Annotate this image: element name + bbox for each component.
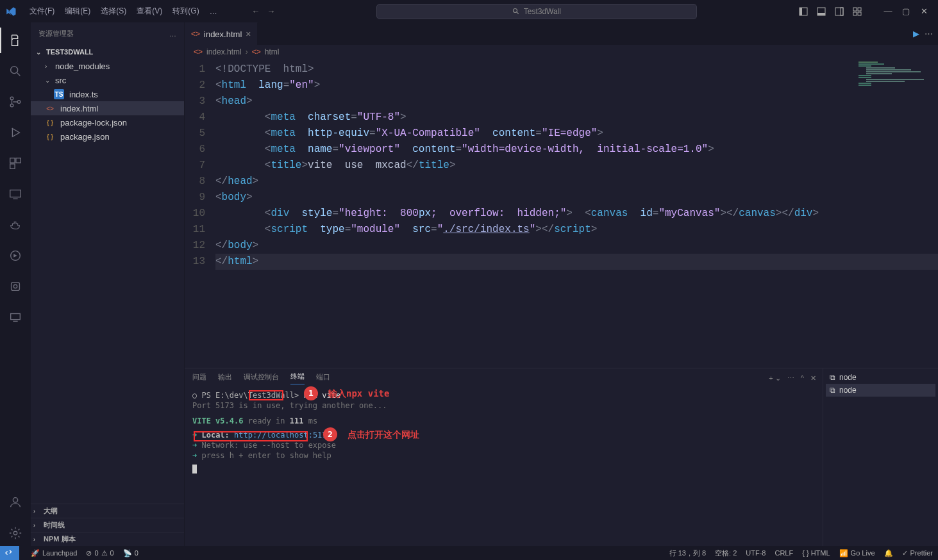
chevron-right-icon: › <box>33 508 41 515</box>
tree-item-src[interactable]: ⌄src <box>31 73 184 87</box>
status-ports[interactable]: 📡 0 <box>123 549 138 557</box>
activity-bar <box>0 22 31 546</box>
terminal-icon: ⧉ <box>830 386 835 395</box>
tab-index-html[interactable]: <> index.html × <box>185 22 258 45</box>
terminal-instance[interactable]: ⧉node <box>826 371 935 384</box>
terminal-instance[interactable]: ⧉node <box>826 384 935 397</box>
svg-point-0 <box>513 8 517 12</box>
status-problems[interactable]: ⊘ 0 ⚠ 0 <box>86 549 113 557</box>
activity-docker-icon[interactable] <box>0 212 31 238</box>
menu-more[interactable]: … <box>205 4 222 19</box>
menu-edit[interactable]: 编辑(E) <box>60 3 96 19</box>
tree-item-package-lock-json[interactable]: { }package-lock.json <box>31 115 184 129</box>
tree-root[interactable]: ⌄ TEST3DWALL <box>31 45 184 59</box>
panel-new-icon[interactable]: + ⌄ <box>769 374 780 383</box>
code-editor[interactable]: <!DOCTYPE html><html lang="en"><head> <m… <box>215 59 938 368</box>
status-eol[interactable]: CRLF <box>775 549 793 557</box>
terminal-list: ⧉node⧉node <box>823 368 938 546</box>
status-spaces[interactable]: 空格: 2 <box>715 548 737 558</box>
window-maximize[interactable]: ▢ <box>897 3 915 21</box>
sidebar-section[interactable]: ›时间线 <box>31 518 184 532</box>
minimap[interactable] <box>858 62 929 87</box>
activity-scm-icon[interactable] <box>0 89 31 115</box>
status-launchpad[interactable]: 🚀 Launchpad <box>31 549 77 557</box>
chevron-right-icon: › <box>33 522 41 529</box>
menu-go[interactable]: 转到(G) <box>167 3 204 19</box>
svg-rect-9 <box>858 8 861 11</box>
svg-rect-20 <box>10 164 15 169</box>
activity-explorer-icon[interactable] <box>0 28 31 53</box>
tree-item-node_modules[interactable]: ›node_modules <box>31 59 184 73</box>
panel-tab-2[interactable]: 调试控制台 <box>244 372 279 384</box>
activity-search-icon[interactable] <box>0 58 31 84</box>
remote-indicator[interactable] <box>0 546 19 560</box>
vscode-logo-icon <box>5 6 17 17</box>
activity-debug-icon[interactable] <box>0 120 31 145</box>
close-icon[interactable]: × <box>246 29 251 39</box>
svg-point-17 <box>12 128 13 129</box>
sidebar-title: 资源管理器 … <box>31 22 184 45</box>
window-close[interactable]: ✕ <box>915 3 933 21</box>
menu-file[interactable]: 文件(F) <box>24 3 60 19</box>
menu-view[interactable]: 查看(V) <box>131 3 167 19</box>
tree-item-package-json[interactable]: { }package.json <box>31 129 184 144</box>
svg-rect-26 <box>11 314 21 320</box>
terminal[interactable]: 1 输入npx vite ○ PS E:\dev\Test3dWall> npx… <box>185 388 823 546</box>
panel-tab-0[interactable]: 问题 <box>192 372 206 384</box>
svg-point-25 <box>13 284 17 288</box>
layout-left-icon[interactable] <box>794 3 812 21</box>
activity-misc3-icon[interactable] <box>0 304 31 330</box>
panel-tab-3[interactable]: 终端 <box>290 372 305 384</box>
panel-close-icon[interactable]: ✕ <box>810 374 816 383</box>
activity-misc2-icon[interactable] <box>0 274 31 299</box>
file-tree: ›node_modules⌄srcTSindex.ts<>index.html{… <box>31 59 184 504</box>
layout-right-icon[interactable] <box>830 3 848 21</box>
svg-rect-8 <box>853 8 857 11</box>
status-language[interactable]: { } HTML <box>802 549 830 557</box>
svg-rect-10 <box>853 12 857 15</box>
line-numbers: 12345678910111213 <box>185 59 215 368</box>
svg-point-28 <box>13 531 17 535</box>
svg-rect-21 <box>10 190 21 197</box>
layout-bottom-icon[interactable] <box>812 3 830 21</box>
activity-misc1-icon[interactable] <box>0 243 31 268</box>
sidebar-section[interactable]: ›大纲 <box>31 504 184 518</box>
activity-account-icon[interactable] <box>0 490 31 515</box>
activity-settings-icon[interactable] <box>0 520 31 546</box>
status-cursor[interactable]: 行 13，列 8 <box>669 548 706 558</box>
status-bar: 🚀 Launchpad ⊘ 0 ⚠ 0 📡 0 行 13，列 8 空格: 2 U… <box>0 546 938 560</box>
svg-line-13 <box>17 73 21 76</box>
menu-select[interactable]: 选择(S) <box>96 3 131 19</box>
panel-more-icon[interactable]: ⋯ <box>787 374 794 383</box>
status-encoding[interactable]: UTF-8 <box>746 549 766 557</box>
svg-line-1 <box>516 12 518 13</box>
breadcrumb[interactable]: <> index.html › <> html <box>185 45 938 59</box>
command-center-text: Test3dWall <box>524 7 561 16</box>
sidebar-section[interactable]: ›NPM 脚本 <box>31 532 184 546</box>
svg-point-16 <box>17 101 21 104</box>
command-center[interactable]: Test3dWall <box>376 4 697 19</box>
status-golive[interactable]: 📶 Go Live <box>839 549 875 557</box>
tab-action-icon[interactable]: ▶ <box>913 29 919 38</box>
svg-rect-5 <box>817 13 825 15</box>
sidebar-more-icon[interactable]: … <box>169 30 176 38</box>
activity-extensions-icon[interactable] <box>0 151 31 176</box>
svg-point-12 <box>11 67 18 74</box>
panel-tab-4[interactable]: 端口 <box>316 372 330 384</box>
status-notifications-icon[interactable]: 🔔 <box>884 549 893 557</box>
html-icon: <> <box>191 29 200 38</box>
activity-remote-icon[interactable] <box>0 181 31 207</box>
editor-content: 12345678910111213 <!DOCTYPE html><html l… <box>185 59 938 368</box>
panel-tab-1[interactable]: 输出 <box>218 372 232 384</box>
window-minimize[interactable]: — <box>879 3 897 21</box>
terminal-icon: ⧉ <box>830 373 835 382</box>
chevron-icon: ⌄ <box>45 77 53 84</box>
layout-custom-icon[interactable] <box>848 3 866 21</box>
status-prettier[interactable]: ✓ Prettier <box>902 549 933 557</box>
tree-item-index-ts[interactable]: TSindex.ts <box>31 87 184 101</box>
nav-forward-icon[interactable]: → <box>264 4 279 19</box>
tab-more-icon[interactable]: ⋯ <box>925 29 933 38</box>
tree-item-index-html[interactable]: <>index.html <box>31 101 184 115</box>
panel-maximize-icon[interactable]: ^ <box>801 374 804 383</box>
nav-back-icon[interactable]: ← <box>248 4 264 19</box>
